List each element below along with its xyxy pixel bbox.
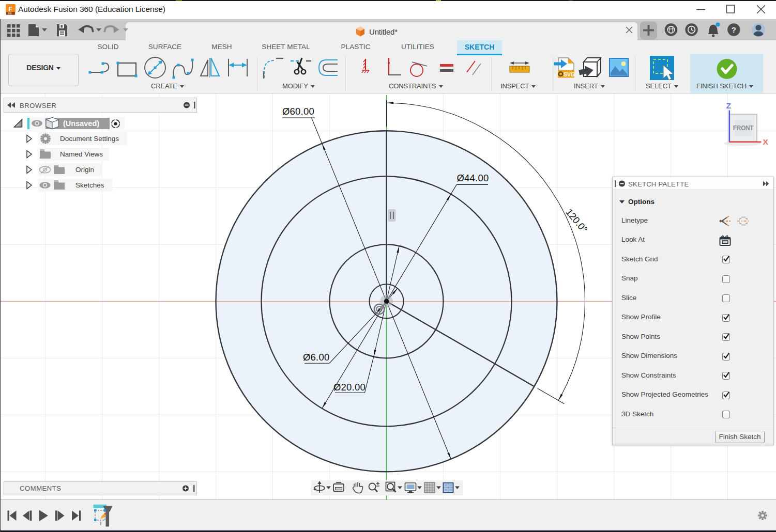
svg-text:?: ? <box>732 25 736 34</box>
svg-text:Ø60.00: Ø60.00 <box>282 106 314 117</box>
svg-text:FRONT: FRONT <box>733 124 754 132</box>
svg-text:120.0°: 120.0° <box>564 207 590 235</box>
svg-text:F: F <box>8 6 12 13</box>
svg-text:X: X <box>763 137 769 146</box>
svg-text:Ø6.00: Ø6.00 <box>303 352 329 363</box>
svg-text:Ø44.00: Ø44.00 <box>457 173 489 183</box>
svg-text:360: 360 <box>8 12 12 15</box>
svg-text:Ø20.00: Ø20.00 <box>333 382 366 393</box>
svg-text:SVG: SVG <box>564 71 575 77</box>
